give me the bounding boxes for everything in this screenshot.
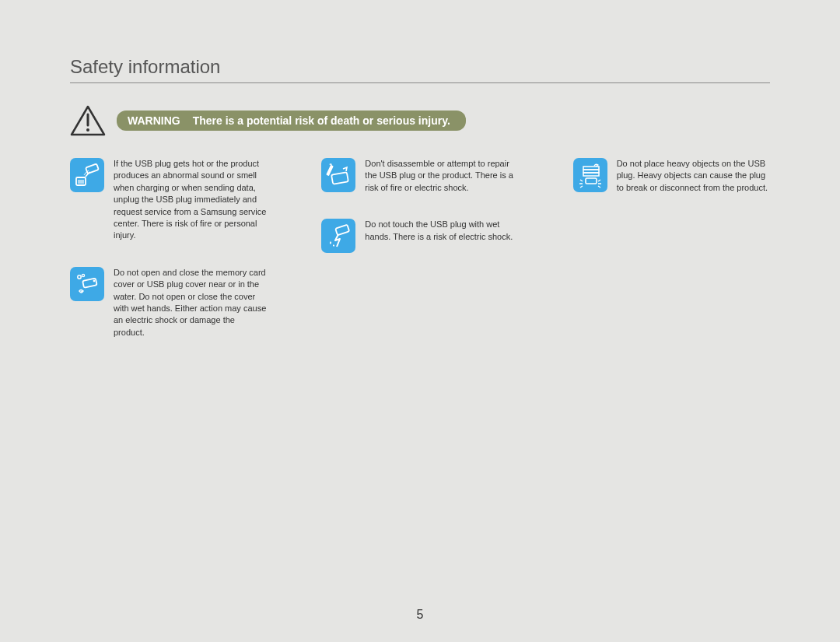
safety-text: If the USB plug gets hot or the product … <box>114 158 267 242</box>
column-1: If the USB plug gets hot or the product … <box>70 158 267 339</box>
safety-item: If the USB plug gets hot or the product … <box>70 158 267 242</box>
svg-point-9 <box>81 290 82 292</box>
svg-rect-16 <box>586 178 597 184</box>
svg-rect-12 <box>335 225 349 236</box>
safety-item: Do not place heavy objects on the USB pl… <box>573 158 770 194</box>
warning-triangle-icon <box>70 105 106 136</box>
safety-columns: If the USB plug gets hot or the product … <box>70 158 770 339</box>
wet-hands-icon <box>321 219 355 253</box>
usb-hot-icon <box>70 158 104 192</box>
warning-banner: WARNING There is a potential risk of dea… <box>117 111 466 131</box>
safety-text: Do not place heavy objects on the USB pl… <box>617 158 770 194</box>
svg-rect-15 <box>583 173 599 176</box>
column-2: Don't disassemble or attempt to repair t… <box>321 158 518 339</box>
safety-item: Don't disassemble or attempt to repair t… <box>321 158 518 194</box>
water-cover-icon <box>70 267 104 301</box>
page-number: 5 <box>417 608 424 622</box>
column-3: Do not place heavy objects on the USB pl… <box>573 158 770 339</box>
safety-item: Do not touch the USB plug with wet hands… <box>321 219 518 253</box>
warning-label: WARNING <box>128 114 180 127</box>
svg-point-8 <box>93 279 96 282</box>
svg-rect-10 <box>331 172 348 184</box>
safety-text: Do not touch the USB plug with wet hands… <box>365 219 518 243</box>
safety-item: Do not open and close the memory card co… <box>70 267 267 339</box>
safety-text: Don't disassemble or attempt to repair t… <box>365 158 518 194</box>
warning-message: There is a potential risk of death or se… <box>193 114 450 127</box>
svg-point-5 <box>78 275 81 279</box>
heavy-object-icon <box>573 158 607 192</box>
svg-rect-3 <box>78 180 84 184</box>
svg-rect-4 <box>86 164 99 174</box>
svg-rect-7 <box>82 278 96 287</box>
svg-point-1 <box>86 128 89 132</box>
svg-point-6 <box>82 274 84 276</box>
safety-text: Do not open and close the memory card co… <box>114 267 267 339</box>
page-title: Safety information <box>70 56 770 83</box>
disassemble-icon <box>321 158 355 192</box>
warning-row: WARNING There is a potential risk of dea… <box>70 105 770 136</box>
